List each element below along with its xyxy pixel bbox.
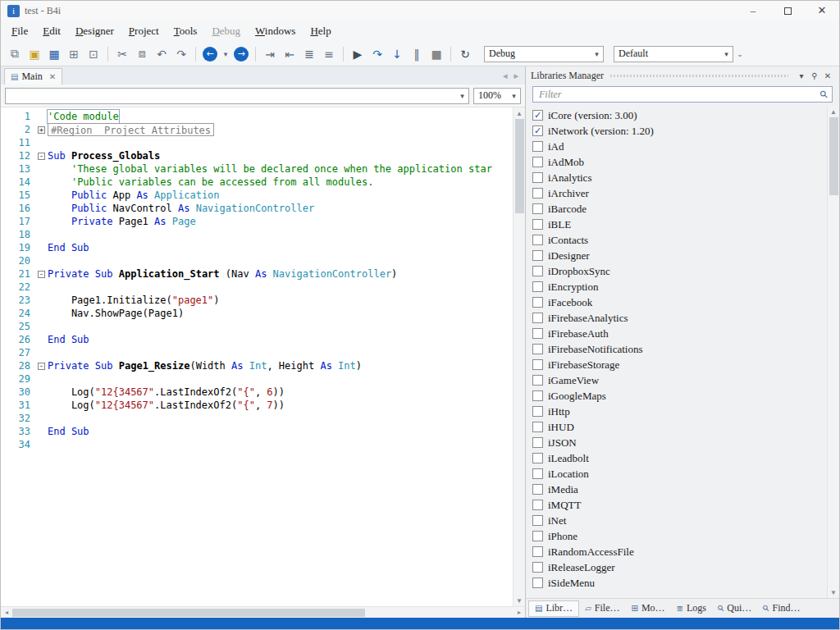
library-item[interactable]: iAdMob <box>529 154 827 170</box>
library-item[interactable]: iMQTT <box>529 497 827 513</box>
code-text[interactable]: Nav.ShowPage(Page1) <box>48 307 184 320</box>
chevron-down-icon[interactable]: ▾ <box>720 50 733 58</box>
library-item[interactable]: iReleaseLogger <box>529 559 827 575</box>
navigate-forward-icon[interactable]: → <box>234 47 249 62</box>
library-item[interactable]: iSideMenu <box>529 575 827 591</box>
designer-icon[interactable]: ⊡ <box>84 45 103 63</box>
code-text[interactable]: End Sub <box>48 425 89 438</box>
scroll-left-icon[interactable]: ◂ <box>1 607 12 618</box>
panel-close-icon[interactable]: ✕ <box>821 71 834 80</box>
code-text[interactable]: Private Page1 As Page <box>48 215 196 228</box>
chevron-down-icon[interactable]: ▾ <box>508 92 520 100</box>
library-item[interactable]: iHttp <box>529 404 827 419</box>
code-text[interactable]: #Region Project Attributes <box>48 123 214 136</box>
library-checkbox[interactable] <box>532 188 543 199</box>
tab-close-icon[interactable]: ✕ <box>49 72 56 81</box>
menu-project[interactable]: Project <box>121 22 167 40</box>
library-item[interactable]: iMedia <box>529 482 827 497</box>
library-checkbox[interactable] <box>532 515 543 526</box>
library-item[interactable]: iAnalytics <box>529 170 827 185</box>
build-profile-select[interactable]: Default▾ <box>614 46 733 62</box>
member-navigator-select[interactable]: ▾ <box>5 88 469 104</box>
library-checkbox[interactable] <box>532 406 543 417</box>
library-item[interactable]: iPhone <box>529 528 827 544</box>
library-checkbox[interactable] <box>532 344 543 354</box>
editor-vertical-scrollbar[interactable]: ▲ ▼ <box>513 107 525 606</box>
library-checkbox[interactable] <box>532 297 543 308</box>
library-item[interactable]: iDesigner <box>529 248 827 263</box>
panel-grip[interactable] <box>610 75 788 77</box>
library-checkbox[interactable] <box>532 359 543 370</box>
panel-tab-find-all-references[interactable]: ⚲Find… <box>757 600 806 617</box>
toolbar-overflow-icon[interactable]: ⌄ <box>735 45 745 63</box>
library-checkbox[interactable] <box>532 437 543 448</box>
library-checkbox[interactable] <box>532 484 543 495</box>
cut-icon[interactable]: ✂ <box>113 45 131 63</box>
fold-collapse-icon[interactable]: - <box>38 271 45 278</box>
panel-tab-files[interactable]: ▱File… <box>579 600 625 617</box>
scroll-down-icon[interactable]: ▼ <box>828 587 839 598</box>
save-all-icon[interactable]: ⊞ <box>65 45 83 63</box>
code-text[interactable]: Public App As Application <box>48 189 220 202</box>
library-checkbox[interactable] <box>532 203 543 214</box>
step-over-icon[interactable]: ↷ <box>368 45 386 63</box>
window-position-icon[interactable]: ▾ <box>795 71 808 80</box>
library-checkbox[interactable] <box>532 422 543 432</box>
library-checkbox[interactable]: ✓ <box>532 110 543 121</box>
undo-icon[interactable]: ↶ <box>153 45 171 63</box>
new-module-icon[interactable]: ⧉ <box>6 45 24 63</box>
library-item[interactable]: iBarcode <box>529 201 827 217</box>
code-text[interactable]: Page1.Initialize("page1") <box>48 294 220 307</box>
library-item[interactable]: iHUD <box>529 419 827 435</box>
code-text[interactable]: End Sub <box>48 333 89 346</box>
library-item[interactable]: iNet <box>529 513 827 528</box>
library-checkbox[interactable] <box>532 219 543 230</box>
indent-icon[interactable]: ⇥ <box>261 45 279 63</box>
library-item[interactable]: ✓iNetwork (version: 1.20) <box>529 123 827 139</box>
save-icon[interactable]: ▦ <box>45 45 63 63</box>
code-lines[interactable]: 1'Code module2+#Region Project Attribute… <box>1 107 513 606</box>
rebuild-icon[interactable]: ↻ <box>456 45 474 63</box>
run-icon[interactable]: ▶ <box>349 45 367 63</box>
library-checkbox[interactable] <box>532 546 543 557</box>
library-item[interactable]: iDropboxSync <box>529 263 827 279</box>
library-item[interactable]: iRandomAccessFile <box>529 544 827 559</box>
library-checkbox[interactable] <box>532 500 543 510</box>
build-configuration-select[interactable]: Debug▾ <box>484 46 604 62</box>
library-checkbox[interactable] <box>532 578 543 588</box>
menu-designer[interactable]: Designer <box>68 22 121 40</box>
code-text[interactable]: Log("12{34567".LastIndexOf2("{", 7)) <box>48 399 285 412</box>
library-checkbox[interactable] <box>532 328 543 339</box>
panel-tab-logs[interactable]: ≣Logs <box>671 600 712 617</box>
redo-icon[interactable]: ↷ <box>172 45 190 63</box>
menu-file[interactable]: File <box>4 22 35 40</box>
scroll-up-icon[interactable]: ▲ <box>514 107 525 119</box>
library-item[interactable]: iAd <box>529 139 827 154</box>
library-item[interactable]: iFirebaseAnalytics <box>529 310 827 326</box>
library-checkbox[interactable] <box>532 281 543 292</box>
code-text[interactable]: Private Sub Page1_Resize(Width As Int, H… <box>48 359 362 372</box>
zoom-select[interactable]: 100% ▾ <box>473 88 521 104</box>
library-item[interactable]: iArchiver <box>529 185 827 201</box>
scrollbar-thumb[interactable] <box>515 119 524 213</box>
library-item[interactable]: iLocation <box>529 466 827 482</box>
library-item[interactable]: iBLE <box>529 217 827 232</box>
chevron-down-icon[interactable]: ▾ <box>591 50 603 58</box>
library-item[interactable]: iFirebaseAuth <box>529 326 827 341</box>
filter-input[interactable] <box>537 88 820 102</box>
library-item[interactable]: iContacts <box>529 232 827 248</box>
code-text[interactable]: Sub Process_Globals <box>48 149 160 162</box>
scrollbar-thumb[interactable] <box>12 609 365 617</box>
library-item[interactable]: iFirebaseStorage <box>529 357 827 372</box>
uncomment-icon[interactable]: ≡ <box>320 45 338 63</box>
library-checkbox[interactable] <box>532 172 543 183</box>
code-text[interactable]: 'Public variables can be accessed from a… <box>48 176 373 189</box>
outdent-icon[interactable]: ⇤ <box>281 45 299 63</box>
menu-debug[interactable]: Debug <box>204 22 248 40</box>
panel-tab-quick-search[interactable]: ⚲Qui… <box>712 600 757 617</box>
library-checkbox[interactable] <box>532 235 543 245</box>
open-project-icon[interactable]: ▣ <box>25 45 43 63</box>
close-button[interactable]: ✕ <box>805 1 839 21</box>
library-checkbox[interactable] <box>532 562 543 573</box>
menu-edit[interactable]: Edit <box>35 22 68 40</box>
